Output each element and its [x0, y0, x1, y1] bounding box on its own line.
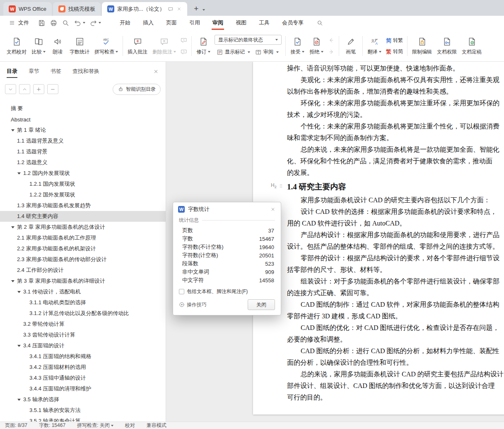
document-text-line[interactable]: 面的分析，以确保设计的合理性和可行性。 [287, 357, 504, 368]
toc-collapse-arrow-icon[interactable] [17, 399, 21, 401]
save-button[interactable] [36, 17, 47, 28]
sidebar-tab-toc[interactable]: 目录 [7, 68, 17, 75]
ribbon-button-spellcheck[interactable]: ABC拼写检查 [92, 32, 121, 60]
tab-docer-template[interactable]: 找稿壳模板 [53, 2, 101, 16]
drag-handle-icon[interactable] [278, 183, 284, 189]
menu-item-插入[interactable]: 插入 [137, 16, 160, 30]
sidebar-tab-chapters[interactable]: 章节 [29, 68, 39, 75]
preview-button[interactable] [60, 17, 71, 28]
toc-item[interactable]: 1.1 选题背景 [0, 146, 166, 157]
toc-item[interactable]: 2.4 工作部分的设计 [0, 265, 166, 276]
ribbon-button-doc-final[interactable]: 文档定稿 [459, 32, 484, 60]
toc-item[interactable]: 3.4.3 压辊中通轴的设计 [0, 373, 166, 383]
statusbar-item[interactable]: 字数: 15467 [39, 422, 65, 429]
toc-collapse-all-button[interactable] [5, 84, 16, 94]
ribbon-button-restrict-edit[interactable]: 限制编辑 [410, 32, 434, 60]
statusbar-item[interactable]: 拼写检查: 关闭 [77, 422, 113, 429]
close-button[interactable]: 关闭 [248, 299, 275, 310]
toc-item[interactable]: 1.2.1 国内发展现状 [0, 179, 166, 189]
toc-collapse-arrow-icon[interactable] [11, 129, 14, 131]
document-text-line[interactable]: 操作、语音识别等功能，可以更加便捷、快速地制作面条。 [287, 63, 504, 74]
toc-item[interactable]: 3.1 传动设计，选配电机 [0, 286, 166, 297]
toc-item[interactable]: 摘 要 [0, 103, 166, 114]
ribbon-button-comment-next[interactable] [178, 46, 189, 57]
document-text-line[interactable]: 用的 CAD 软件进行设计，如 AutoCAD。 [287, 218, 504, 229]
toc-collapse-arrow-icon[interactable] [11, 280, 14, 282]
document-text-line[interactable]: 必要的修改和调整。 [287, 334, 504, 345]
document-text-line[interactable]: 美观化：未来的家用多功能面条机将不仅具有实用性，还将注重美观 [287, 74, 504, 86]
ribbon-button-track-changes[interactable]: 修订 [194, 32, 213, 60]
statusbar-item[interactable]: 兼容模式 [147, 422, 166, 429]
menu-item-工具[interactable]: 工具 [253, 16, 276, 30]
file-menu-button[interactable]: 文件 [5, 17, 33, 29]
document-text-line[interactable]: 总的来说，家用多功能面条机设计 CAD 的研究主要包括产品结构设计 [287, 368, 504, 380]
document-text-line[interactable]: 技术，减少对环境的污染。 [287, 109, 504, 121]
toc-item[interactable]: 1.2.2 国外发展现状 [0, 189, 166, 200]
toc-item[interactable]: 2.3 家用多功能面条机的传动部分设计 [0, 254, 166, 265]
ribbon-button-review-pane[interactable]: 审阅 [253, 47, 281, 57]
ribbon-button-change-next[interactable] [326, 46, 337, 57]
document-text-line[interactable]: 可行的目的。 [287, 392, 504, 403]
menu-item-开始[interactable]: 开始 [113, 16, 137, 30]
toc-item[interactable]: 1.2 国内外发展现状 [0, 168, 166, 179]
document-text-line[interactable]: 化、环保化和个性化的产品，满足消费者对于健康饮食的需求，推动面 [287, 155, 504, 167]
ribbon-button-proofread[interactable]: 文档校对 [4, 32, 29, 60]
smart-toc-button[interactable]: 智能识别目录 [113, 84, 161, 95]
ribbon-button-convert-to-traditional[interactable]: 简转繁 [384, 35, 405, 46]
toc-item[interactable]: 3.4.1 压面辊的结构和规格 [0, 351, 166, 362]
redo-button[interactable] [88, 17, 103, 28]
document-text-line[interactable]: 设计 CAD 软件的选择：根据家用多功能面条机的设计要求和特点， [287, 206, 504, 218]
ribbon-button-ink-pen[interactable]: 画笔 [341, 32, 360, 60]
checkbox-icon[interactable] [179, 289, 184, 294]
close-tab-icon[interactable] [176, 6, 182, 12]
toc-expand-up-button[interactable] [19, 84, 30, 94]
ribbon-button-delete-comment[interactable]: 删除批注 [150, 32, 178, 60]
document-text-line[interactable]: 组装设计：对于多功能面条机的各个零部件进行组装设计，确保零部 [287, 276, 504, 287]
menu-item-视图[interactable]: 视图 [229, 16, 253, 30]
comment-bubble-icon[interactable] [168, 6, 174, 12]
ribbon-button-word-count[interactable]: 123字数统计 [67, 32, 92, 60]
toc-item[interactable]: 3.5.1 轴承的安装方法 [0, 405, 166, 416]
toc-item[interactable]: 第 3 章 家用多功能面条机的详细设计 [0, 276, 166, 286]
dialog-close-icon[interactable] [270, 206, 276, 212]
toc-item[interactable]: 3.4.2 压面辊材料的选用 [0, 362, 166, 373]
dialog-titlebar[interactable]: W 字数统计 [173, 202, 281, 216]
toc-item[interactable]: 3.4 压面辊的设计 [0, 340, 166, 351]
menu-item-页面[interactable]: 页面 [160, 16, 183, 30]
toc-item[interactable]: 第 2 章 家用多功能面条机的总体设计 [0, 222, 166, 233]
toc-item[interactable]: 2.2 家用多功能面条机的机架设计 [0, 243, 166, 254]
statusbar-item[interactable]: 校对 [125, 422, 135, 429]
toc-expand-button[interactable] [33, 84, 44, 94]
include-textboxes-option[interactable]: 包括文本框、脚注和尾注(F) [179, 288, 275, 295]
document-text-line[interactable]: 环保化：未来的家用多功能面条机将更加注重环保，采用更加环保的 [287, 97, 504, 109]
toc-item[interactable]: Abstract [0, 114, 166, 125]
ribbon-button-convert-to-simplified[interactable]: 繁转简 [384, 46, 405, 57]
document-text-line[interactable]: 零部件的设计：根据产品结构设计的要求，对各个零部件进行细节设 [287, 252, 504, 264]
toc-item[interactable]: 1.1 选题背景及意义 [0, 136, 166, 146]
toc-item[interactable]: 1.3 家用多功能面条机发展趋势 [0, 200, 166, 211]
tab-wps-home[interactable]: W WPS Office [3, 2, 52, 16]
search-button[interactable] [316, 19, 323, 27]
ribbon-button-comment-prev[interactable] [178, 35, 189, 46]
toc-collapse-button[interactable] [47, 84, 58, 94]
ribbon-button-insert-comment[interactable]: 插入批注 [125, 32, 150, 60]
document-text-line[interactable]: 的发展。 [287, 167, 504, 179]
menu-item-审阅[interactable]: 审阅 [206, 16, 229, 30]
document-text-line[interactable]: 个性化：未来的家用多功能面条机将更加注重个性化，可以根据消费 [287, 121, 504, 132]
tab-document[interactable]: W 家用多功...（论文） [102, 2, 187, 16]
document-text-line[interactable]: 的连接方式正确、紧固可靠。 [287, 287, 504, 299]
toc-item[interactable]: 3.5.2 轴承的寿命计算 [0, 416, 166, 422]
toc-collapse-arrow-icon[interactable] [17, 345, 21, 347]
document-text-line[interactable]: 设计。包括产品的整体结构、零部件的组成、零部件之间的连接方式等。 [287, 241, 504, 252]
print-button[interactable] [48, 17, 59, 28]
statusbar-item[interactable]: 页面: 8/37 [5, 422, 27, 429]
toc-item[interactable]: 3.1.1 电动机类型的选择 [0, 297, 166, 308]
ribbon-button-compare[interactable]: 比较 [29, 32, 48, 60]
toc-item[interactable]: 3.5 轴承的选择 [0, 394, 166, 405]
sidebar-close-icon[interactable] [153, 68, 159, 75]
document-text-line[interactable]: 以制作出各种形状的面条，增加消费者的趣味性和美感。 [287, 86, 504, 97]
section-heading[interactable]: 1.4 研究主要内容 [287, 182, 504, 192]
document-text-line[interactable]: CAD 图纸的优化：对 CAD 图纸进行优化，检查设计是否存在问题， [287, 322, 504, 334]
sidebar-tab-bookmarks[interactable]: 书签 [51, 68, 61, 75]
document-text-line[interactable]: 括零部件的尺寸、形状、材料等。 [287, 264, 504, 276]
